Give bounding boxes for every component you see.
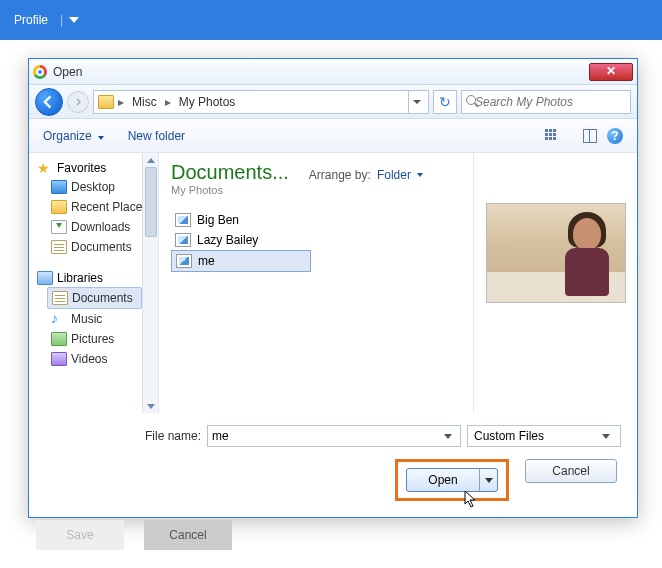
sidebar-item-videos[interactable]: Videos — [29, 349, 158, 369]
picture-file-icon — [175, 213, 191, 227]
scroll-up-icon[interactable] — [143, 153, 159, 167]
dialog-titlebar: Open ✕ — [29, 59, 637, 85]
file-list: Big Ben Lazy Bailey me — [171, 210, 461, 272]
filename-value: me — [212, 429, 440, 443]
sidebar-item-label: Downloads — [71, 220, 130, 234]
file-name: Big Ben — [197, 213, 239, 227]
open-button[interactable]: Open — [406, 468, 498, 492]
file-item[interactable]: Lazy Bailey — [171, 230, 311, 250]
nav-back-button[interactable] — [35, 88, 63, 116]
open-file-dialog: Open ✕ ▸ Misc ▸ My Photos ↻ Organize N — [28, 58, 638, 518]
page-cancel-button[interactable]: Cancel — [144, 520, 232, 550]
sidebar: ★ Favorites Desktop Recent Places Downlo… — [29, 153, 159, 413]
chevron-down-icon[interactable] — [69, 17, 79, 23]
library-subtitle: My Photos — [171, 184, 289, 196]
page-header: Profile | — [0, 0, 662, 40]
sidebar-item-pictures[interactable]: Pictures — [29, 329, 158, 349]
save-button-label: Save — [66, 528, 93, 542]
cancel-button-label: Cancel — [552, 464, 589, 478]
chevron-down-icon[interactable] — [598, 426, 614, 446]
arrange-by-value: Folder — [377, 168, 411, 182]
file-list-area: Documents... My Photos Arrange by: Folde… — [159, 153, 473, 413]
breadcrumb-dropdown-icon[interactable] — [408, 91, 424, 113]
sidebar-item-label: Pictures — [71, 332, 114, 346]
file-type-filter[interactable]: Custom Files — [467, 425, 621, 447]
organize-label: Organize — [43, 129, 92, 143]
preview-pane — [473, 153, 637, 413]
preview-image — [486, 203, 626, 303]
open-split-dropdown[interactable] — [479, 469, 497, 491]
open-button-highlight: Open — [395, 459, 509, 501]
cancel-button[interactable]: Cancel — [525, 459, 617, 483]
new-folder-button[interactable]: New folder — [128, 129, 185, 143]
preview-pane-button[interactable] — [583, 129, 597, 143]
sidebar-item-desktop[interactable]: Desktop — [29, 177, 158, 197]
document-icon — [52, 291, 68, 305]
breadcrumb-sep-icon: ▸ — [165, 95, 171, 109]
sidebar-label: Libraries — [57, 271, 103, 285]
filename-label: File name: — [145, 429, 201, 443]
refresh-button[interactable]: ↻ — [433, 90, 457, 114]
page-title: Profile — [14, 13, 48, 27]
sidebar-item-documents[interactable]: Documents — [29, 237, 158, 257]
sidebar-group-favorites[interactable]: ★ Favorites — [29, 159, 158, 177]
sidebar-item-downloads[interactable]: Downloads — [29, 217, 158, 237]
library-title: Documents... — [171, 161, 289, 184]
search-box[interactable] — [461, 90, 631, 114]
breadcrumb-sep-icon: ▸ — [118, 95, 124, 109]
page-footer-buttons: Save Cancel — [36, 520, 232, 550]
sidebar-label: Favorites — [57, 161, 106, 175]
arrange-by-label: Arrange by: — [309, 168, 371, 182]
folder-icon — [51, 200, 67, 214]
dialog-title: Open — [53, 65, 82, 79]
sidebar-item-label: Documents — [72, 291, 133, 305]
sidebar-item-lib-documents[interactable]: Documents — [47, 287, 142, 309]
sidebar-item-label: Desktop — [71, 180, 115, 194]
sidebar-item-music[interactable]: ♪Music — [29, 309, 158, 329]
dialog-toolbar: Organize New folder ? — [29, 119, 637, 153]
breadcrumb-seg-myphotos[interactable]: My Photos — [175, 93, 240, 111]
chevron-down-icon[interactable] — [440, 426, 456, 446]
breadcrumb-seg-misc[interactable]: Misc — [128, 93, 161, 111]
sidebar-item-label: Recent Places — [71, 200, 148, 214]
search-input[interactable] — [475, 95, 626, 109]
folder-icon — [98, 95, 114, 109]
music-icon: ♪ — [51, 312, 67, 326]
main-pane: Documents... My Photos Arrange by: Folde… — [159, 153, 637, 413]
file-item-selected[interactable]: me — [171, 250, 311, 272]
document-icon — [51, 240, 67, 254]
breadcrumb[interactable]: ▸ Misc ▸ My Photos — [93, 90, 429, 114]
scroll-down-icon[interactable] — [143, 399, 159, 413]
close-button[interactable]: ✕ — [589, 63, 633, 81]
open-button-label: Open — [407, 473, 479, 487]
organize-menu[interactable]: Organize — [43, 129, 104, 143]
chevron-down-icon — [417, 173, 423, 177]
cursor-icon — [464, 490, 480, 513]
search-icon — [466, 95, 471, 109]
file-item[interactable]: Big Ben — [171, 210, 311, 230]
divider: | — [60, 13, 63, 27]
scroll-thumb[interactable] — [145, 167, 157, 237]
download-icon — [51, 220, 67, 234]
sidebar-item-label: Music — [71, 312, 102, 326]
sidebar-item-label: Documents — [71, 240, 132, 254]
filename-combo[interactable]: me — [207, 425, 461, 447]
dialog-footer: File name: me Custom Files Open — [29, 413, 637, 517]
sidebar-item-label: Videos — [71, 352, 107, 366]
nav-forward-button[interactable] — [67, 91, 89, 113]
help-button[interactable]: ? — [607, 128, 623, 144]
arrange-by-menu[interactable]: Arrange by: Folder — [309, 168, 423, 182]
libraries-icon — [37, 271, 53, 285]
sidebar-item-recent[interactable]: Recent Places — [29, 197, 158, 217]
file-name: me — [198, 254, 215, 268]
view-options-button[interactable] — [545, 129, 563, 143]
save-button: Save — [36, 520, 124, 550]
filter-value: Custom Files — [474, 429, 598, 443]
file-name: Lazy Bailey — [197, 233, 258, 247]
star-icon: ★ — [37, 161, 53, 175]
pictures-icon — [51, 332, 67, 346]
dialog-body: ★ Favorites Desktop Recent Places Downlo… — [29, 153, 637, 413]
sidebar-group-libraries[interactable]: Libraries — [29, 269, 158, 287]
chrome-icon — [33, 65, 47, 79]
sidebar-scrollbar[interactable] — [142, 153, 158, 413]
